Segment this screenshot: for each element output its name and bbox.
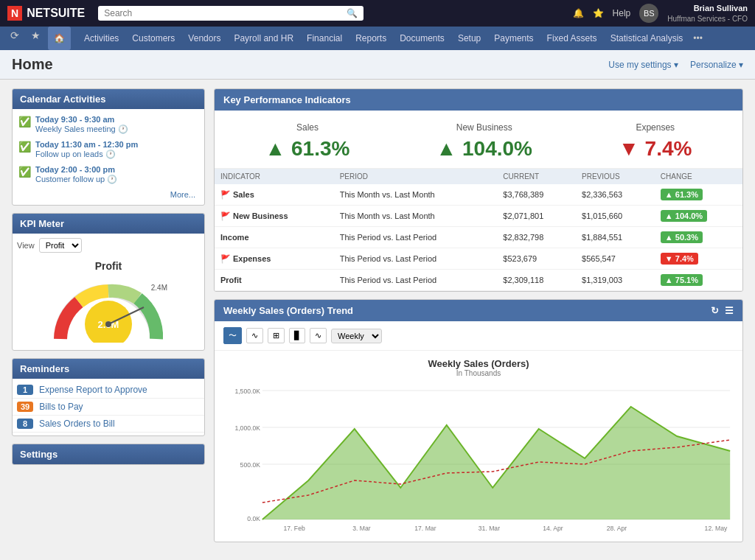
kpi-previous-nb: $1,015,660 bbox=[576, 206, 655, 227]
search-bar[interactable]: 🔍 bbox=[98, 6, 363, 21]
kpi-meter-header: KPI Meter bbox=[13, 214, 204, 234]
user-name: Brian Sullivan bbox=[694, 3, 748, 13]
reminder-item-1: 1 Expense Report to Approve bbox=[13, 382, 204, 399]
chart-type-area[interactable]: 〜 bbox=[223, 327, 242, 344]
reminder-badge-2: 39 bbox=[17, 402, 33, 412]
chart-type-line[interactable]: ∿ bbox=[246, 328, 263, 343]
nav-item-reports[interactable]: Reports bbox=[349, 27, 392, 50]
help-button[interactable]: Help bbox=[613, 8, 631, 18]
col-current: CURRENT bbox=[497, 169, 576, 184]
avatar[interactable]: BS bbox=[639, 4, 658, 23]
right-icons: 🔔 ⭐ Help BS Brian Sullivan Huffman Servi… bbox=[573, 3, 748, 23]
history-icon[interactable]: ⟳ bbox=[6, 27, 24, 50]
svg-text:17. Feb: 17. Feb bbox=[283, 525, 305, 532]
nav-item-vendors[interactable]: Vendors bbox=[182, 27, 226, 50]
kpi-change-profit: ▲ 75.1% bbox=[655, 270, 742, 291]
reminder-text-2[interactable]: Bills to Pay bbox=[39, 402, 83, 412]
calendar-panel: Calendar Activities ✅ Today 9:30 - 9:30 … bbox=[12, 88, 205, 206]
notifications-icon[interactable]: 🔔 bbox=[573, 8, 584, 18]
nav-more-button[interactable]: ••• bbox=[693, 33, 703, 43]
search-input[interactable] bbox=[104, 8, 347, 18]
kpi-previous-profit: $1,319,003 bbox=[576, 270, 655, 291]
user-info: Brian Sullivan Huffman Services - CFO bbox=[667, 3, 748, 23]
kpi-current-nb: $2,071,801 bbox=[497, 206, 576, 227]
calendar-more-link[interactable]: More... bbox=[18, 190, 198, 199]
col-previous: PREVIOUS bbox=[576, 169, 655, 184]
kpi-view-select[interactable]: Profit Sales bbox=[39, 238, 82, 253]
weekly-sales-panel: Weekly Sales (Orders) Trend ↻ ☰ 〜 ∿ ⊞ ▊ … bbox=[214, 299, 743, 542]
svg-text:1,500.0K: 1,500.0K bbox=[234, 388, 260, 395]
nav-quick-icons: ⟳ ★ 🏠 bbox=[6, 27, 71, 50]
nav-item-documents[interactable]: Documents bbox=[394, 27, 450, 50]
cal-title-1[interactable]: Weekly Sales meeting 🕐 bbox=[35, 125, 128, 133]
check-icon-2: ✅ bbox=[18, 141, 31, 153]
chart-title: Weekly Sales (Orders) bbox=[223, 358, 734, 369]
kpi-summary-exp-value: 7.4% bbox=[619, 137, 692, 161]
calendar-body: ✅ Today 9:30 - 9:30 am Weekly Sales meet… bbox=[13, 109, 204, 205]
personalize-button[interactable]: Personalize ▾ bbox=[690, 60, 743, 70]
gauge-container: Profit 2.4M bbox=[13, 253, 204, 350]
cal-time-3: Today 2:00 - 3:00 pm bbox=[35, 165, 117, 174]
nav-item-financial[interactable]: Financial bbox=[301, 27, 348, 50]
kpi-summary-nb-value: 104.0% bbox=[436, 137, 532, 161]
kpi-row-profit: Profit This Period vs. Last Period $2,30… bbox=[215, 270, 742, 291]
chart-type-wave[interactable]: ∿ bbox=[310, 328, 327, 343]
check-icon-1: ✅ bbox=[18, 116, 31, 127]
kpi-view-label: View bbox=[17, 241, 35, 250]
settings-header: Settings bbox=[13, 444, 204, 464]
page-title: Home bbox=[12, 56, 53, 73]
cal-title-3[interactable]: Customer follow up 🕐 bbox=[35, 175, 117, 183]
user-role: Huffman Services - CFO bbox=[667, 14, 748, 24]
nav-item-customers[interactable]: Customers bbox=[126, 27, 181, 50]
check-icon-3: ✅ bbox=[18, 166, 31, 178]
reminder-text-1[interactable]: Expense Report to Approve bbox=[39, 385, 147, 395]
svg-text:3. Mar: 3. Mar bbox=[352, 525, 371, 532]
col-indicator: INDICATOR bbox=[215, 169, 334, 184]
nav-item-payroll[interactable]: Payroll and HR bbox=[228, 27, 299, 50]
kpi-previous-expenses: $565,547 bbox=[576, 248, 655, 270]
kpi-change-nb: ▲ 104.0% bbox=[655, 206, 742, 227]
menu-icon[interactable]: ☰ bbox=[725, 305, 734, 316]
kpi-period-expenses: This Period vs. Last Period bbox=[334, 248, 498, 270]
nav-item-activities[interactable]: Activities bbox=[78, 27, 125, 50]
chart-type-bar[interactable]: ▊ bbox=[289, 328, 305, 343]
svg-text:1,000.0K: 1,000.0K bbox=[234, 424, 260, 432]
weekly-period-select[interactable]: Weekly Monthly Daily bbox=[331, 329, 382, 343]
settings-panel: Settings bbox=[12, 444, 205, 465]
reminders-header: Reminders bbox=[13, 359, 204, 379]
cal-title-2[interactable]: Follow up on leads 🕐 bbox=[35, 150, 116, 158]
svg-text:0.0K: 0.0K bbox=[247, 515, 260, 522]
svg-text:500.0K: 500.0K bbox=[240, 461, 260, 469]
kpi-summary-expenses: Expenses 7.4% bbox=[619, 122, 692, 161]
nav-item-setup[interactable]: Setup bbox=[452, 27, 487, 50]
kpi-period-income: This Period vs. Last Period bbox=[334, 227, 498, 248]
nav-item-statistical-analysis[interactable]: Statistical Analysis bbox=[605, 27, 689, 50]
star-icon[interactable]: ⭐ bbox=[593, 8, 604, 18]
nav-item-fixed-assets[interactable]: Fixed Assets bbox=[541, 27, 603, 50]
kpi-row-sales: 🚩Sales This Month vs. Last Month $3,768,… bbox=[215, 184, 742, 206]
kpi-change-sales: ▲ 61.3% bbox=[655, 184, 742, 206]
reminder-item-2: 39 Bills to Pay bbox=[13, 399, 204, 416]
chart-type-filter[interactable]: ⊞ bbox=[268, 328, 285, 343]
topbar: N NETSUITE 🔍 🔔 ⭐ Help BS Brian Sullivan … bbox=[0, 0, 755, 27]
reminders-body: 1 Expense Report to Approve 39 Bills to … bbox=[13, 379, 204, 435]
kpi-current-sales: $3,768,389 bbox=[497, 184, 576, 206]
chart-area: Weekly Sales (Orders) In Thousands 1,500… bbox=[215, 351, 742, 542]
svg-point-3 bbox=[105, 321, 111, 327]
refresh-icon[interactable]: ↻ bbox=[711, 305, 719, 316]
kpi-table: INDICATOR PERIOD CURRENT PREVIOUS CHANGE… bbox=[215, 169, 742, 291]
kpi-view-row: View Profit Sales bbox=[13, 234, 204, 253]
kpi-summary-sales-label: Sales bbox=[265, 122, 350, 133]
kpi-table-header-row: INDICATOR PERIOD CURRENT PREVIOUS CHANGE bbox=[215, 169, 742, 184]
use-my-settings-button[interactable]: Use my settings ▾ bbox=[608, 60, 678, 70]
reminder-text-3[interactable]: Sales Orders to Bill bbox=[39, 419, 115, 429]
svg-text:31. Mar: 31. Mar bbox=[479, 525, 500, 532]
cal-time-1: Today 9:30 - 9:30 am bbox=[35, 115, 128, 124]
kpi-current-income: $2,832,798 bbox=[497, 227, 576, 248]
favorites-icon[interactable]: ★ bbox=[27, 27, 45, 50]
home-icon[interactable]: 🏠 bbox=[48, 27, 71, 50]
kpi-period-profit: This Period vs. Last Period bbox=[334, 270, 498, 291]
nav-item-payments[interactable]: Payments bbox=[488, 27, 539, 50]
gauge-max: 2.4M bbox=[151, 284, 167, 292]
weekly-chart-svg: 1,500.0K 1,000.0K 500.0K 0.0K 17. Feb bbox=[223, 385, 734, 532]
